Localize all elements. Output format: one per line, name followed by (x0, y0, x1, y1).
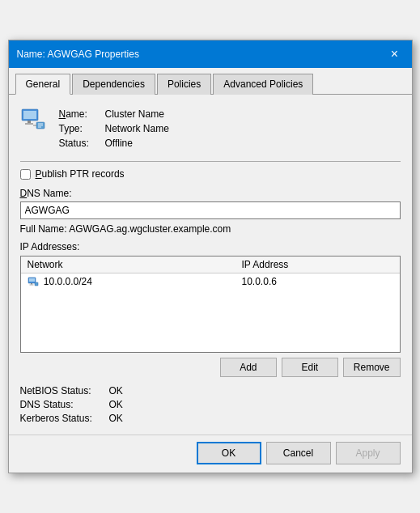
network-column-header: Network (21, 256, 235, 273)
dns-status-label: DNS Status: (20, 399, 109, 410)
info-table: Name: Cluster Name Type: Network Name St… (57, 106, 174, 151)
tab-bar: General Dependencies Policies Advanced P… (9, 68, 412, 95)
svg-rect-11 (31, 283, 32, 285)
resource-info: Name: Cluster Name Type: Network Name St… (20, 106, 401, 151)
network-name-icon (20, 108, 46, 134)
type-value: Network Name (105, 122, 172, 135)
ip-addresses-table: Network IP Address 10.0.0.0/24 10.0.0.6 (21, 256, 400, 290)
publish-ptr-row: Publish PTR records (20, 168, 401, 180)
name-label: Name: (59, 108, 104, 121)
svg-rect-2 (28, 121, 31, 123)
full-name-text: Full Name: AGWGAG.ag.wgcluster.example.c… (20, 223, 401, 235)
ip-addresses-table-container: Network IP Address 10.0.0.0/24 10.0.0.6 (20, 256, 401, 353)
ip-table-row[interactable]: 10.0.0.0/24 10.0.0.6 (21, 273, 400, 290)
publish-ptr-label: Publish PTR records (36, 168, 125, 180)
dns-status-row: DNS Status: OK (20, 399, 401, 410)
svg-rect-12 (29, 284, 33, 285)
tab-advanced-policies[interactable]: Advanced Policies (213, 74, 313, 95)
netbios-status-value: OK (109, 385, 123, 396)
status-value: Offline (105, 137, 172, 150)
network-cell: 10.0.0.0/24 (21, 273, 235, 290)
add-button[interactable]: Add (220, 358, 277, 377)
name-value: Cluster Name (105, 108, 172, 121)
svg-rect-3 (25, 123, 33, 125)
dns-name-input[interactable] (20, 201, 401, 219)
publish-ptr-checkbox[interactable] (20, 169, 31, 180)
remove-button[interactable]: Remove (343, 358, 401, 377)
dns-status-value: OK (109, 399, 123, 410)
title-bar: Name: AGWGAG Properties × (9, 40, 412, 68)
status-section: NetBIOS Status: OK DNS Status: OK Kerber… (20, 385, 401, 424)
dns-name-label: DNS Name: (20, 188, 401, 199)
close-button[interactable]: × (386, 45, 404, 63)
ip-address-cell: 10.0.0.6 (235, 273, 400, 290)
ip-address-column-header: IP Address (235, 256, 400, 273)
netbios-status-row: NetBIOS Status: OK (20, 385, 401, 396)
tab-policies[interactable]: Policies (157, 74, 211, 95)
type-label: Type: (59, 122, 104, 135)
resource-icon (20, 108, 46, 136)
tab-content: Name: Cluster Name Type: Network Name St… (9, 95, 412, 435)
kerberos-status-label: Kerberos Status: (20, 413, 109, 424)
dialog-title: Name: AGWGAG Properties (17, 49, 139, 60)
ok-button[interactable]: OK (197, 442, 261, 464)
divider-1 (20, 161, 401, 162)
network-row-icon (28, 277, 39, 288)
ip-action-buttons: Add Edit Remove (20, 358, 401, 377)
tab-general[interactable]: General (15, 74, 71, 95)
svg-rect-13 (35, 282, 38, 286)
netbios-status-label: NetBIOS Status: (20, 385, 109, 396)
dialog-footer: OK Cancel Apply (9, 435, 412, 473)
kerberos-status-value: OK (109, 413, 123, 424)
svg-rect-10 (29, 278, 35, 282)
name-underline-char: Name: (59, 108, 87, 120)
edit-button[interactable]: Edit (282, 358, 338, 377)
apply-button[interactable]: Apply (336, 442, 401, 464)
ip-addresses-label: IP Addresses: (20, 241, 401, 252)
status-label: Status: (59, 137, 104, 150)
cancel-button[interactable]: Cancel (266, 442, 331, 464)
kerberos-status-row: Kerberos Status: OK (20, 413, 401, 424)
tab-dependencies[interactable]: Dependencies (72, 74, 155, 95)
svg-rect-1 (23, 111, 36, 119)
properties-dialog: Name: AGWGAG Properties × General Depend… (8, 40, 413, 473)
